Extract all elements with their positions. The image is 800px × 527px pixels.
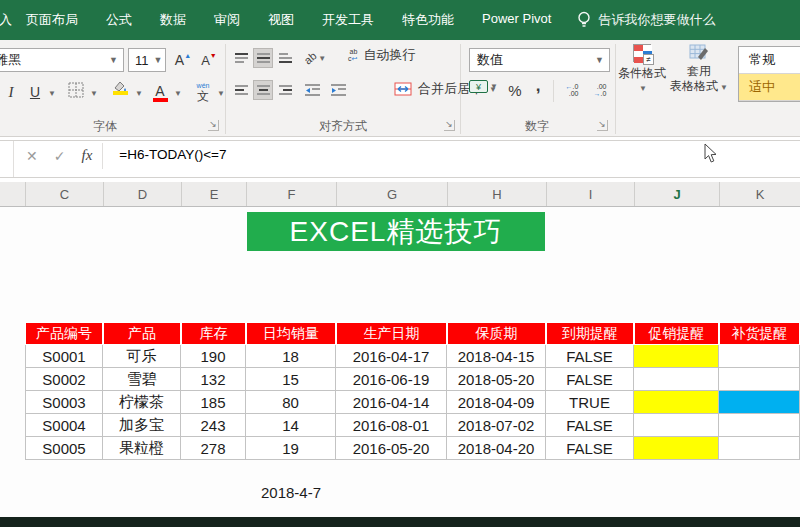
comma-style-button[interactable]: , — [530, 76, 546, 96]
ribbon-tab-2[interactable]: 数据 — [146, 11, 200, 29]
grow-font-button[interactable]: A▲ — [172, 48, 194, 72]
table-cell-r0c3[interactable]: 18 — [246, 345, 336, 368]
number-format-combo[interactable]: 数值 ▼ — [469, 48, 610, 72]
table-cell-r2c2[interactable]: 185 — [181, 391, 246, 414]
table-cell-r3c5[interactable]: 2018-07-02 — [447, 414, 546, 437]
ribbon-tab-0[interactable]: 页面布局 — [12, 11, 92, 29]
phonetic-guide-button[interactable]: wén 文 — [192, 78, 214, 104]
table-cell-r2c0[interactable]: S0003 — [25, 391, 103, 414]
number-dialog-launcher-icon[interactable]: ↘ — [597, 120, 608, 131]
wrap-text-button[interactable]: ab c↩ 自动换行 — [348, 46, 415, 64]
increase-decimal-button[interactable]: ←.0 .00 — [560, 80, 584, 100]
table-cell-r2c5[interactable]: 2018-04-09 — [447, 391, 546, 414]
chevron-down-icon[interactable]: ▼ — [135, 89, 143, 98]
orientation-button[interactable]: ab ▼ — [302, 46, 328, 70]
table-cell-r4c2[interactable]: 278 — [181, 437, 246, 460]
table-cell-r3c7[interactable] — [634, 414, 719, 437]
column-header-D[interactable]: D — [103, 182, 181, 206]
table-cell-r0c1[interactable]: 可乐 — [103, 345, 181, 368]
table-cell-r2c4[interactable]: 2016-04-14 — [336, 391, 447, 414]
alignment-dialog-launcher-icon[interactable]: ↘ — [444, 120, 455, 131]
table-cell-r4c5[interactable]: 2018-04-20 — [447, 437, 546, 460]
ribbon-tab-1[interactable]: 公式 — [92, 11, 146, 29]
column-header-F[interactable]: F — [246, 182, 336, 206]
table-cell-r1c8[interactable] — [719, 368, 800, 391]
enter-icon[interactable]: ✓ — [54, 148, 66, 164]
table-cell-r0c7[interactable] — [634, 345, 719, 368]
table-cell-r1c4[interactable]: 2016-06-19 — [336, 368, 447, 391]
column-header-E[interactable]: E — [181, 182, 246, 206]
align-right-button[interactable] — [275, 80, 295, 100]
chevron-down-icon[interactable]: ▼ — [48, 89, 56, 98]
table-cell-r2c1[interactable]: 柠檬茶 — [103, 391, 181, 414]
column-header-K[interactable]: K — [719, 182, 800, 206]
insert-function-icon[interactable]: fx — [81, 147, 92, 164]
chevron-down-icon[interactable]: ▼ — [174, 89, 182, 98]
chevron-down-icon[interactable]: ▼ — [90, 89, 98, 98]
date-note-cell[interactable]: 2018-4-7 — [246, 484, 336, 506]
table-cell-r4c7[interactable] — [634, 437, 719, 460]
conditional-formatting-button[interactable]: ≠ 条件格式 ▼ — [616, 44, 668, 96]
table-cell-r4c1[interactable]: 果粒橙 — [103, 437, 181, 460]
table-cell-r0c8[interactable] — [719, 345, 800, 368]
percent-style-button[interactable]: % — [505, 80, 525, 100]
ribbon-tab-insert-partial[interactable]: 插入 — [0, 11, 12, 29]
table-cell-r4c3[interactable]: 19 — [246, 437, 336, 460]
align-center-button[interactable] — [253, 80, 273, 100]
table-header-1[interactable]: 产品 — [103, 322, 181, 345]
cell-style-neutral[interactable]: 适中 — [739, 74, 800, 101]
table-cell-r3c0[interactable]: S0004 — [25, 414, 103, 437]
table-cell-r0c2[interactable]: 190 — [181, 345, 246, 368]
table-header-2[interactable]: 库存 — [181, 322, 246, 345]
format-as-table-button[interactable]: 套用 表格格式▼ — [670, 44, 728, 95]
column-header-C[interactable]: C — [25, 182, 103, 206]
shrink-font-button[interactable]: A▼ — [198, 48, 220, 72]
table-cell-r3c8[interactable] — [719, 414, 800, 437]
formula-input[interactable]: =H6-TODAY()<=7 — [103, 141, 226, 162]
table-cell-r4c0[interactable]: S0005 — [25, 437, 103, 460]
tell-me-box[interactable]: 告诉我你想要做什么 — [577, 11, 715, 29]
table-cell-r4c4[interactable]: 2016-05-20 — [336, 437, 447, 460]
table-cell-r1c7[interactable] — [634, 368, 719, 391]
cell-style-normal[interactable]: 常规 — [739, 47, 800, 74]
table-cell-r3c1[interactable]: 加多宝 — [103, 414, 181, 437]
table-cell-r1c3[interactable]: 15 — [246, 368, 336, 391]
table-cell-r1c5[interactable]: 2018-05-20 — [447, 368, 546, 391]
ribbon-tab-4[interactable]: 视图 — [254, 11, 308, 29]
table-cell-r3c4[interactable]: 2016-08-01 — [336, 414, 447, 437]
borders-button[interactable] — [68, 82, 84, 98]
ribbon-tab-6[interactable]: 特色功能 — [388, 11, 468, 29]
align-middle-button[interactable] — [253, 48, 273, 68]
table-header-5[interactable]: 保质期 — [447, 322, 546, 345]
table-header-4[interactable]: 生产日期 — [336, 322, 447, 345]
column-header-J[interactable]: J — [634, 182, 719, 206]
column-header-H[interactable]: H — [447, 182, 546, 206]
table-cell-r3c6[interactable]: FALSE — [546, 414, 634, 437]
name-box[interactable] — [0, 141, 14, 177]
table-cell-r0c4[interactable]: 2016-04-17 — [336, 345, 447, 368]
table-cell-r4c8[interactable] — [719, 437, 800, 460]
table-header-6[interactable]: 到期提醒 — [546, 322, 634, 345]
table-cell-r1c6[interactable]: FALSE — [546, 368, 634, 391]
table-cell-r0c6[interactable]: FALSE — [546, 345, 634, 368]
chevron-down-icon[interactable]: ▼ — [217, 89, 225, 98]
font-name-combo[interactable]: 微软雅黑 ▼ — [0, 48, 124, 72]
worksheet[interactable]: EXCEL精选技巧 产品编号产品库存日均销量生产日期保质期到期提醒促销提醒补货提… — [0, 207, 800, 517]
table-header-8[interactable]: 补货提醒 — [719, 322, 800, 345]
table-cell-r1c1[interactable]: 雪碧 — [103, 368, 181, 391]
ribbon-tab-3[interactable]: 审阅 — [200, 11, 254, 29]
decrease-decimal-button[interactable]: .00 →.0 — [588, 80, 612, 100]
italic-button[interactable]: I — [2, 80, 20, 104]
table-cell-r3c2[interactable]: 243 — [181, 414, 246, 437]
ribbon-tab-5[interactable]: 开发工具 — [308, 11, 388, 29]
align-left-button[interactable] — [231, 80, 251, 100]
table-header-0[interactable]: 产品编号 — [25, 322, 103, 345]
table-header-7[interactable]: 促销提醒 — [634, 322, 719, 345]
table-cell-r2c6[interactable]: TRUE — [546, 391, 634, 414]
align-top-button[interactable] — [231, 48, 251, 68]
table-cell-r2c3[interactable]: 80 — [246, 391, 336, 414]
ribbon-tab-7[interactable]: Power Pivot — [468, 11, 565, 29]
table-cell-r3c3[interactable]: 14 — [246, 414, 336, 437]
table-header-3[interactable]: 日均销量 — [246, 322, 336, 345]
column-header-I[interactable]: I — [546, 182, 634, 206]
